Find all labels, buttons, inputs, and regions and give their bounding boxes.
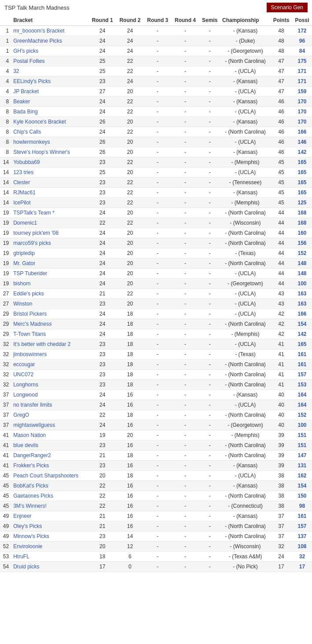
cell-bracket-name[interactable]: GregO xyxy=(11,410,88,420)
cell-bracket-name[interactable]: 123 tries xyxy=(11,167,88,178)
cell-rank: 4 xyxy=(0,87,11,97)
cell-r2: 18 xyxy=(116,471,144,481)
cell-bracket-name[interactable]: Minnow's Picks xyxy=(11,531,88,542)
cell-r3: - xyxy=(144,258,172,269)
cell-bracket-name[interactable]: blue devils xyxy=(11,440,88,451)
cell-possible: 146 xyxy=(292,137,312,147)
cell-bracket-name[interactable]: Postal Follies xyxy=(11,56,88,66)
cell-r3: - xyxy=(144,319,172,329)
cell-bracket-name[interactable]: gtripledip xyxy=(11,248,88,258)
cell-bracket-name[interactable]: mightaswellguess xyxy=(11,420,88,430)
cell-bracket-name[interactable]: jimboswinners xyxy=(11,349,88,360)
cell-bracket-name[interactable]: Mr. Gator xyxy=(11,258,88,269)
cell-bracket-name[interactable]: Enjneer xyxy=(11,511,88,521)
cell-bracket-name[interactable]: howlermonkeys xyxy=(11,137,88,147)
cell-r2: 18 xyxy=(116,410,144,420)
cell-championship: - (Kansas) xyxy=(220,390,270,400)
cell-bracket-name[interactable]: JP Bracket xyxy=(11,87,88,97)
table-row: 19bishorn2420---- (Georgetown)44100 xyxy=(0,279,312,289)
scenario-gen-button[interactable]: Scenario Gen xyxy=(267,3,308,12)
cell-rank: 4 xyxy=(0,56,11,66)
cell-bracket-name[interactable]: 3M's Winners! xyxy=(11,501,88,511)
table-row: 29Bristol Pickers2418---- (UCLA)42166 xyxy=(0,309,312,319)
cell-bracket-name[interactable]: Frokker's Picks xyxy=(11,461,88,471)
cell-r5: - xyxy=(199,360,220,370)
cell-r1: 21 xyxy=(88,289,116,299)
cell-points: 44 xyxy=(270,238,292,248)
cell-bracket-name[interactable]: eccougar xyxy=(11,360,88,370)
cell-bracket-name[interactable]: Domenic1 xyxy=(11,218,88,228)
cell-bracket-name[interactable]: Kyle Koonce's Bracket xyxy=(11,117,88,127)
cell-bracket-name[interactable]: GreenMachine Picks xyxy=(11,36,88,46)
cell-r5: - xyxy=(199,66,220,76)
cell-bracket-name[interactable]: Longhorns xyxy=(11,380,88,390)
cell-points: 39 xyxy=(270,440,292,451)
cell-bracket-name[interactable]: Longwood xyxy=(11,390,88,400)
cell-r4: - xyxy=(172,87,199,97)
cell-r5: - xyxy=(199,430,220,440)
cell-r4: - xyxy=(172,76,199,87)
cell-bracket-name[interactable]: Bada Bing xyxy=(11,107,88,117)
cell-championship: - (UCLA) xyxy=(220,167,270,178)
cell-bracket-name[interactable]: Yobubba69 xyxy=(11,157,88,167)
cell-bracket-name[interactable]: It's better with cheddar 2 xyxy=(11,339,88,349)
cell-r5: - xyxy=(199,218,220,228)
cell-championship: - (Memphis) xyxy=(220,329,270,339)
cell-bracket-name[interactable]: Beaker xyxy=(11,97,88,107)
cell-bracket-name[interactable]: GH's picks xyxy=(11,46,88,56)
cell-bracket-name[interactable]: IcePilot xyxy=(11,198,88,208)
cell-r5: - xyxy=(199,167,220,178)
cell-bracket-name[interactable]: Chip's Calls xyxy=(11,127,88,137)
cell-bracket-name[interactable]: T-Town Titans xyxy=(11,329,88,339)
cell-bracket-name[interactable]: Clester xyxy=(11,178,88,188)
cell-bracket-name[interactable]: Steve's Hoop's Winner's xyxy=(11,147,88,157)
cell-bracket-name[interactable]: Gaetaones Picks xyxy=(11,491,88,501)
cell-bracket-name[interactable]: UNC072 xyxy=(11,370,88,380)
cell-bracket-name[interactable]: Mason Nation xyxy=(11,430,88,440)
cell-bracket-name[interactable]: Winston xyxy=(11,299,88,309)
cell-championship: - (North Carolina) xyxy=(220,521,270,531)
cell-bracket-name[interactable]: RJMac61 xyxy=(11,188,88,198)
cell-points: 32 xyxy=(270,542,292,552)
cell-r1: 23 xyxy=(88,360,116,370)
cell-bracket-name[interactable]: DangerRanger2 xyxy=(11,451,88,461)
cell-r4: - xyxy=(172,178,199,188)
cell-bracket-name[interactable]: Merc's Madness xyxy=(11,319,88,329)
cell-rank: 52 xyxy=(0,542,11,552)
cell-possible: 137 xyxy=(292,531,312,542)
cell-bracket-name[interactable]: mr_boooom's Bracket xyxy=(11,26,88,36)
table-row: 4Postal Follies2522---- (North Carolina)… xyxy=(0,56,312,66)
cell-bracket-name[interactable]: Peach Court Sharpshooters xyxy=(11,471,88,481)
cell-rank: 32 xyxy=(0,360,11,370)
cell-championship: - (North Carolina) xyxy=(220,258,270,269)
cell-bracket-name[interactable]: TSPTalk's Team * xyxy=(11,208,88,218)
cell-bracket-name[interactable]: BobKat's Picks xyxy=(11,481,88,491)
cell-bracket-name[interactable]: EELindy's Picks xyxy=(11,76,88,87)
cell-championship: - (Memphis) xyxy=(220,157,270,167)
cell-r3: - xyxy=(144,97,172,107)
cell-bracket-name[interactable]: TSP Tuberider xyxy=(11,269,88,279)
cell-rank: 37 xyxy=(0,410,11,420)
cell-r2: 20 xyxy=(116,279,144,289)
table-row: 32It's better with cheddar 22318---- (UC… xyxy=(0,339,312,349)
cell-bracket-name[interactable]: Druid picks xyxy=(11,562,88,572)
cell-bracket-name[interactable]: 32 xyxy=(11,66,88,76)
cell-possible: 166 xyxy=(292,127,312,137)
cell-bracket-name[interactable]: Enviroloonie xyxy=(11,542,88,552)
cell-bracket-name[interactable]: Oley's Picks xyxy=(11,521,88,531)
cell-r5: - xyxy=(199,390,220,400)
cell-bracket-name[interactable]: marco59's picks xyxy=(11,238,88,248)
cell-bracket-name[interactable]: bishorn xyxy=(11,279,88,289)
cell-r1: 22 xyxy=(88,501,116,511)
cell-bracket-name[interactable]: no transfer limits xyxy=(11,400,88,410)
cell-bracket-name[interactable]: HtruFL xyxy=(11,552,88,562)
cell-rank: 32 xyxy=(0,339,11,349)
cell-rank: 53 xyxy=(0,552,11,562)
cell-r3: - xyxy=(144,157,172,167)
cell-bracket-name[interactable]: tourney pick'em '08 xyxy=(11,228,88,238)
cell-bracket-name[interactable]: Bristol Pickers xyxy=(11,309,88,319)
cell-bracket-name[interactable]: Eddie's picks xyxy=(11,289,88,299)
cell-championship: - (North Carolina) xyxy=(220,370,270,380)
cell-r3: - xyxy=(144,521,172,531)
cell-championship: - (Kansas) xyxy=(220,97,270,107)
